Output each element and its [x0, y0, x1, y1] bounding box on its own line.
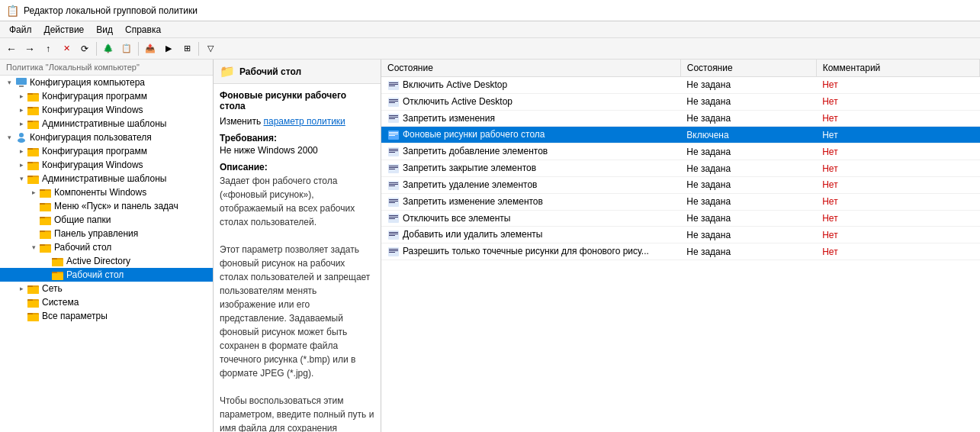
svg-rect-81: [389, 199, 398, 200]
policy-comment: Нет: [816, 77, 979, 94]
node-label-active-directory: Active Directory: [66, 256, 130, 266]
middle-panel-title: Рабочий стол: [239, 66, 301, 77]
svg-rect-36: [40, 246, 51, 253]
tree-toggle-computer-config[interactable]: ▾: [3, 76, 15, 89]
policy-status: Не задана: [680, 176, 816, 193]
tree-toggle-desktop-folder: [40, 269, 52, 281]
properties-button[interactable]: 📋: [118, 40, 135, 57]
tree-node-windows-user[interactable]: ▸Конфигурация Windows: [0, 158, 213, 172]
policy-name: Отключить Active Desktop: [403, 96, 512, 107]
policy-status: Не задана: [680, 77, 816, 94]
tree-node-active-directory[interactable]: Active Directory: [0, 254, 213, 268]
node-label-user-config: Конфигурация пользователя: [30, 132, 152, 143]
policy-status: Не задана: [680, 110, 816, 127]
menu-action[interactable]: Действие: [38, 23, 91, 37]
tree-node-network[interactable]: ▸Сеть: [0, 282, 213, 295]
svg-rect-61: [389, 115, 398, 116]
svg-rect-48: [27, 301, 39, 308]
policy-name-cell: Отключить все элементы: [381, 210, 680, 227]
tree-toggle-windows-components[interactable]: ▸: [27, 186, 40, 198]
policy-name: Добавить или удалить элементы: [403, 229, 542, 240]
tree-node-programs-computer[interactable]: ▸Конфигурация программ: [0, 89, 213, 103]
tree-node-desktop[interactable]: ▾Рабочий стол: [0, 240, 213, 254]
tree-node-admin-templates-computer[interactable]: ▸Административные шаблоны: [0, 117, 213, 131]
windows-button[interactable]: ⊞: [178, 40, 195, 57]
tree-node-programs-user[interactable]: ▸Конфигурация программ: [0, 144, 213, 158]
menu-view[interactable]: Вид: [90, 23, 119, 37]
tree-toggle-network[interactable]: ▸: [15, 282, 27, 295]
policy-status: Не задана: [680, 243, 816, 260]
table-row[interactable]: Запретить изменение элементовНе заданаНе…: [381, 193, 980, 210]
tree-node-control-panel[interactable]: Панель управления: [0, 227, 213, 240]
middle-panel: 📁 Рабочий стол Фоновые рисунки рабочего …: [214, 60, 381, 432]
table-row[interactable]: Запретить добавление элементовНе заданаН…: [381, 143, 980, 160]
svg-rect-93: [389, 249, 398, 250]
policy-status: Не задана: [680, 93, 816, 110]
policy-link[interactable]: параметр политики: [263, 116, 345, 127]
toolbar-separator-2: [138, 42, 139, 56]
tree-toggle-windows-computer[interactable]: ▸: [15, 104, 27, 116]
table-row[interactable]: Запретить удаление элементовНе заданаНет: [381, 176, 980, 193]
tree-toggle-admin-templates-computer[interactable]: ▸: [15, 118, 27, 130]
tree-node-desktop-folder[interactable]: Рабочий стол: [0, 268, 213, 282]
show-tree-button[interactable]: 🌲: [100, 40, 117, 57]
svg-rect-18: [27, 163, 39, 170]
tree-toggle-desktop[interactable]: ▾: [27, 241, 40, 253]
stop-button[interactable]: ✕: [58, 40, 75, 57]
back-button[interactable]: ←: [3, 40, 20, 57]
tree-node-user-config[interactable]: ▾Конфигурация пользователя: [0, 131, 213, 144]
node-icon-start-menu: [40, 200, 52, 212]
node-icon-windows-computer: [27, 104, 40, 116]
policy-icon: [387, 79, 403, 90]
menu-help[interactable]: Справка: [119, 23, 167, 37]
policy-icon: [387, 113, 403, 124]
policy-status: Не задана: [680, 193, 816, 210]
tree-node-admin-templates-user[interactable]: ▾Административные шаблоны: [0, 172, 213, 185]
policy-comment: Нет: [816, 193, 979, 210]
policy-comment: Нет: [816, 110, 979, 127]
tree-toggle-programs-computer[interactable]: ▸: [15, 90, 27, 102]
tree-node-system[interactable]: Система: [0, 295, 213, 309]
tree-node-start-menu[interactable]: Меню «Пуск» и панель задач: [0, 199, 213, 213]
table-row[interactable]: Разрешить только точечные рисунки для фо…: [381, 243, 980, 260]
tree-toggle-user-config[interactable]: ▾: [3, 131, 15, 143]
tree-node-windows-computer[interactable]: ▸Конфигурация Windows: [0, 103, 213, 117]
table-row[interactable]: Запретить закрытие элементовНе заданаНет: [381, 160, 980, 177]
node-label-admin-templates-computer: Административные шаблоны: [42, 118, 166, 129]
svg-rect-39: [52, 260, 63, 266]
tree-node-all-params[interactable]: Все параметры: [0, 309, 213, 323]
table-row[interactable]: Отключить все элементыНе заданаНет: [381, 210, 980, 227]
tree-toggle-programs-user[interactable]: ▸: [15, 145, 27, 157]
svg-rect-33: [40, 232, 51, 239]
run-button[interactable]: ▶: [160, 40, 177, 57]
tree-node-common-folders[interactable]: Общие папки: [0, 213, 213, 227]
export-button[interactable]: 📤: [142, 40, 159, 57]
table-row[interactable]: Отключить Active DesktopНе заданаНет: [381, 93, 980, 110]
node-icon-computer-config: [15, 76, 27, 89]
table-row[interactable]: Запретить измененияНе заданаНет: [381, 110, 980, 127]
table-row[interactable]: Включить Active DesktopНе заданаНет: [381, 77, 980, 94]
refresh-button[interactable]: ⟳: [76, 40, 93, 57]
svg-rect-45: [27, 287, 39, 294]
tree-toggle-all-params: [15, 310, 27, 322]
policy-name-cell: Фоновые рисунки рабочего стола: [381, 127, 680, 143]
tree-toggle-windows-user[interactable]: ▸: [15, 159, 27, 171]
tree-toggle-admin-templates-user[interactable]: ▾: [15, 172, 27, 185]
tree-node-windows-components[interactable]: ▸Компоненты Windows: [0, 185, 213, 199]
table-row[interactable]: Фоновые рисунки рабочего столаВключенаНе…: [381, 127, 980, 143]
svg-rect-67: [389, 135, 395, 136]
up-button[interactable]: ↑: [40, 40, 56, 57]
policy-status: Не задана: [680, 143, 816, 160]
table-row[interactable]: Добавить или удалить элементыНе заданаНе…: [381, 227, 980, 243]
filter-button[interactable]: ▽: [202, 40, 219, 57]
forward-button[interactable]: →: [21, 40, 38, 57]
svg-rect-74: [389, 167, 398, 168]
policy-comment: Нет: [816, 227, 979, 243]
tree-node-computer-config[interactable]: ▾Конфигурация компьютера: [0, 76, 213, 89]
toolbar-separator-3: [198, 42, 199, 56]
menu-file[interactable]: Файл: [3, 23, 38, 37]
svg-rect-95: [389, 252, 395, 253]
node-label-programs-computer: Конфигурация программ: [42, 91, 147, 102]
content-heading: Фоновые рисунки рабочего стола: [220, 90, 374, 111]
node-icon-programs-computer: [27, 90, 40, 102]
